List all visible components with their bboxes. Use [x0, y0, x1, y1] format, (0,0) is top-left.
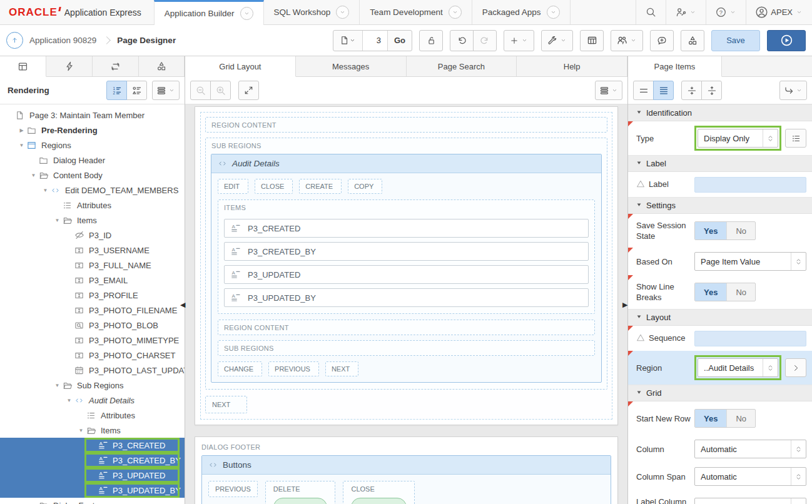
page-finder-button[interactable]	[333, 31, 363, 51]
tree-node-p3-photo-mimetype[interactable]: P3_PHOTO_MIMETYPE	[0, 333, 185, 348]
canvas-item-p3_updated[interactable]: AP3_UPDATED	[224, 265, 589, 284]
user-menu[interactable]: APEX	[746, 0, 812, 24]
nav-tab-application-builder[interactable]: Application Builder	[154, 0, 264, 25]
page-number-input[interactable]: 3	[363, 31, 388, 51]
nav-tab-packaged-apps[interactable]: Packaged Apps	[472, 0, 571, 24]
canvas-item-p3_updated_by[interactable]: AP3_UPDATED_BY	[224, 288, 589, 307]
button-slot-delete[interactable]: DELETEDELETE	[265, 481, 336, 504]
tree-node-items[interactable]: ▼Items	[0, 423, 185, 438]
select-based-on[interactable]: Page Item Value	[694, 252, 806, 271]
center-tab-messages[interactable]: Messages	[296, 56, 407, 76]
tree-node-items[interactable]: ▼Items	[0, 213, 185, 228]
grid-menu-button[interactable]	[595, 81, 622, 100]
tree-node-p3-username[interactable]: P3_USERNAME	[0, 243, 185, 258]
run-button[interactable]	[767, 30, 806, 51]
collapse-sections-button[interactable]	[681, 81, 702, 100]
select-type[interactable]: Display Only	[698, 129, 778, 148]
tree-collapse-arrow-icon[interactable]: ▼	[76, 428, 86, 433]
breadcrumb-application[interactable]: Application 90829	[29, 36, 96, 45]
tree-node-p3-created[interactable]: AP3_CREATED	[0, 438, 185, 453]
tree-collapse-arrow-icon[interactable]: ▼	[17, 143, 26, 148]
sort-by-type-button[interactable]	[126, 81, 147, 100]
select-column-span[interactable]: Automatic	[694, 467, 806, 486]
select-region[interactable]: ..Audit Details	[698, 358, 778, 377]
tab-processing[interactable]	[93, 56, 139, 76]
buttons-region-header[interactable]: Buttons	[202, 456, 611, 475]
tab-page-shared-components[interactable]	[139, 56, 185, 76]
administration-menu[interactable]	[666, 0, 706, 24]
tree-node-page-3-maintain-team-member[interactable]: Page 3: Maintain Team Member	[0, 108, 185, 123]
button-slot-close[interactable]: CLOSECANCEL	[343, 481, 415, 504]
expand-all-button[interactable]	[653, 81, 674, 100]
canvas-button-delete[interactable]: DELETE	[273, 498, 328, 504]
tree-node-attributes[interactable]: Attributes	[0, 408, 185, 423]
nav-tab-team-development[interactable]: Team Development	[359, 0, 472, 24]
tree-collapse-arrow-icon[interactable]: ▼	[64, 398, 74, 403]
quick-pick-button[interactable]	[785, 129, 806, 148]
section-header-identification[interactable]: Identification	[628, 104, 812, 121]
nav-tab-menu[interactable]	[336, 6, 349, 19]
section-header-settings[interactable]: Settings	[628, 197, 812, 214]
canvas-button-close[interactable]: CLOSE	[255, 179, 293, 194]
tree-expand-arrow-icon[interactable]: ▶	[17, 128, 26, 133]
tree-node-edit-demo-team-members[interactable]: ▼Edit DEMO_TEAM_MEMBERS	[0, 183, 185, 198]
toggle-option-yes[interactable]: Yes	[695, 283, 727, 301]
audit-details-region[interactable]: Audit Details EDITCLOSECREATECOPY ITEMS …	[211, 154, 602, 383]
collapse-all-button[interactable]	[633, 81, 654, 100]
toggle-option-no[interactable]: No	[727, 222, 755, 239]
input-label[interactable]	[694, 177, 806, 193]
nav-tab-menu[interactable]	[240, 7, 253, 20]
expand-sections-button[interactable]	[701, 81, 722, 100]
nav-tab-menu[interactable]	[449, 6, 462, 19]
expand-all-button[interactable]	[238, 81, 259, 100]
comments-button[interactable]	[650, 30, 674, 51]
nav-tab-sql-workshop[interactable]: SQL Workshop	[263, 0, 360, 24]
toggle-option-no[interactable]: No	[727, 283, 755, 301]
tree-node-p3-updated-by[interactable]: AP3_UPDATED_BY	[0, 483, 185, 498]
canvas-button-create[interactable]: CREATE	[299, 179, 342, 194]
search-button[interactable]	[636, 0, 666, 24]
select-column[interactable]: Automatic	[694, 440, 806, 458]
tree-node-dialog-header[interactable]: Dialog Header	[0, 153, 185, 168]
advisor-button[interactable]	[681, 30, 704, 51]
toggle-option-yes[interactable]: Yes	[695, 410, 727, 427]
section-header-label[interactable]: Label	[628, 155, 812, 172]
tree-collapse-arrow-icon[interactable]: ▼	[41, 188, 50, 193]
utilities-menu-button[interactable]	[541, 30, 573, 51]
tree-collapse-arrow-icon[interactable]: ▼	[29, 173, 38, 178]
next-button-slot[interactable]: NEXT	[205, 396, 247, 413]
tree-node-p3-profile[interactable]: P3_PROFILE	[0, 288, 185, 303]
tree-node-p3-photo-filename[interactable]: P3_PHOTO_FILENAME	[0, 303, 185, 318]
section-header-layout[interactable]: Layout	[628, 309, 812, 326]
undo-button[interactable]	[450, 30, 474, 51]
page-layout-button[interactable]	[580, 30, 604, 51]
tab-page-items[interactable]: Page Items	[628, 56, 722, 77]
center-tab-page-search[interactable]: Page Search	[407, 56, 517, 76]
toggle-option-yes[interactable]: Yes	[695, 222, 727, 239]
canvas-button-next[interactable]: NEXT	[325, 361, 358, 376]
spinner-icon[interactable]	[791, 440, 806, 458]
tree-node-p3-created-by[interactable]: AP3_CREATED_BY	[0, 453, 185, 468]
toggle-option-no[interactable]: No	[727, 410, 755, 427]
tree-node-p3-full-name[interactable]: P3_FULL_NAME	[0, 258, 185, 273]
spinner-icon[interactable]	[763, 359, 778, 376]
tree-node-content-body[interactable]: ▼Content Body	[0, 168, 185, 183]
button-slot-previous[interactable]: PREVIOUS	[208, 481, 258, 497]
center-tab-help[interactable]: Help	[517, 56, 627, 76]
tree-node-regions[interactable]: ▼Regions	[0, 138, 185, 153]
go-button[interactable]: Go	[388, 31, 412, 51]
tree-collapse-arrow-icon[interactable]: ▼	[53, 383, 62, 388]
zoom-out-button[interactable]	[190, 81, 211, 100]
canvas-button-change[interactable]: CHANGE	[218, 361, 262, 376]
buttons-region[interactable]: Buttons PREVIOUSDELETEDELETECLOSECANCEL …	[201, 455, 611, 504]
redo-button[interactable]	[473, 30, 497, 51]
tree-node-pre-rendering[interactable]: ▶Pre-Rendering	[0, 123, 185, 138]
create-menu-button[interactable]	[504, 30, 534, 51]
nav-tab-menu[interactable]	[547, 6, 560, 19]
sort-by-order-button[interactable]: 12	[106, 81, 127, 100]
goto-menu-button[interactable]	[779, 81, 807, 100]
tree-node-p3-photo-last-updated[interactable]: P3_PHOTO_LAST_UPDATED	[0, 363, 185, 378]
save-button[interactable]: Save	[711, 30, 760, 51]
tree-collapse-arrow-icon[interactable]: ▼	[53, 218, 62, 223]
tab-rendering[interactable]	[0, 56, 46, 77]
